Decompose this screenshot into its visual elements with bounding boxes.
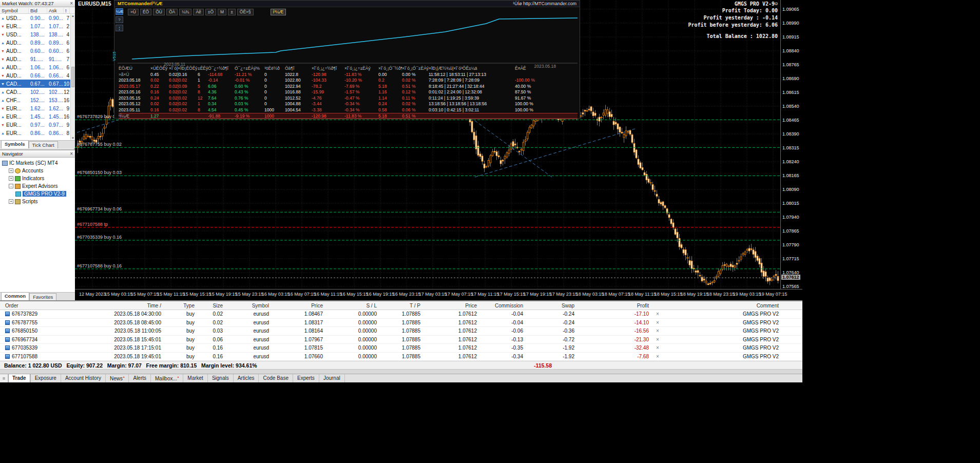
buy-order-icon — [5, 329, 10, 333]
commander-toolbar-button[interactable]: ÉÖ — [140, 9, 151, 15]
navigator-item-scripts[interactable]: +Scripts — [0, 198, 75, 205]
terminal-tab-news[interactable]: News▪ — [106, 374, 129, 382]
terminal-column-commission[interactable]: Commission — [480, 303, 526, 308]
market-watch-scrollbar[interactable]: ▲ ▼ — [70, 14, 75, 140]
market-watch-row[interactable]: ▼EUR...1.07...1.07...2 — [0, 22, 75, 30]
commander-cell: 0.02|0.02 — [169, 107, 198, 113]
market-watch-row[interactable]: ▲EUR...1.45...1.45...16 — [0, 112, 75, 121]
terminal-column-comment[interactable]: Comment — [663, 303, 802, 308]
commander-toolbar-button[interactable]: ±Ô — [205, 9, 216, 15]
market-watch-row[interactable]: ▼AUD...0.60...0.60...6 — [0, 47, 75, 55]
tab-symbols[interactable]: Symbols — [1, 140, 29, 148]
terminal-column-t-p[interactable]: T / P — [380, 303, 424, 308]
close-order-icon[interactable]: × — [652, 320, 663, 325]
market-watch-row[interactable]: ▼AUD...0.66...0.66...4 — [0, 71, 75, 80]
commander-link[interactable]: ¹ÙÍø http://MTCommander.com — [513, 1, 577, 6]
market-watch-row[interactable]: ▼AUD...91.....91.....7 — [0, 55, 75, 63]
column-symbol[interactable]: Symbol — [0, 8, 29, 13]
terminal-tab-experts[interactable]: Experts — [293, 374, 319, 382]
close-order-icon[interactable]: × — [652, 328, 663, 334]
terminal-column-time[interactable]: Time / — [62, 303, 164, 308]
terminal-column-price[interactable]: Price — [424, 303, 480, 308]
navigator-item-indicators[interactable]: +Indicators — [0, 175, 75, 182]
close-order-icon[interactable]: × — [652, 311, 663, 317]
navigator-item-gmgs-pro-v2-9[interactable]: GMGS PRO V2-9 — [0, 190, 75, 198]
terminal-tab-journal[interactable]: Journal — [319, 374, 345, 382]
close-icon[interactable]: × — [70, 1, 73, 6]
market-watch-row[interactable]: ▼USD...138....138....4 — [0, 30, 75, 38]
trade-row[interactable]: 6769677342023.05.18 15:45:01buy0.06eurus… — [0, 336, 802, 344]
column-bid[interactable]: Bid — [29, 8, 47, 13]
commander-side-button[interactable]: ¼Æ — [116, 8, 123, 15]
navigator-item-accounts[interactable]: +Accounts — [0, 167, 75, 175]
commander-toolbar-button[interactable]: ¼¾ — [179, 9, 191, 15]
market-watch-row[interactable]: ▲AUD...0.89...0.89...6 — [0, 38, 75, 47]
mtcommander-panel[interactable]: MTCommanderÍ³¼Æ ¹ÙÍø http://MTCommander.… — [114, 0, 580, 119]
commander-toolbar-button[interactable]: ± — [228, 9, 236, 15]
close-order-icon[interactable]: × — [652, 354, 663, 359]
terminal-column-s-l[interactable]: S / L — [326, 303, 380, 308]
terminal-tab-alerts[interactable]: Alerts — [129, 374, 151, 382]
terminal-column-profit[interactable]: Profit — [578, 303, 652, 308]
terminal-column-size[interactable]: Size — [198, 303, 226, 308]
commander-cell: 0.02|0.02 — [169, 89, 198, 95]
close-order-icon[interactable]: × — [652, 345, 663, 351]
commander-toolbar-button[interactable]: ÖÊ»§ — [237, 9, 254, 15]
chart-area[interactable]: #676737829 buy 0.02#676787755 buy 0.02#6… — [75, 0, 802, 300]
trade-row[interactable]: 6768501502023.05.18 11:00:05buy0.03eurus… — [0, 327, 802, 336]
terminal-tab-articles[interactable]: Articles — [234, 374, 259, 382]
terminal-tab-market[interactable]: Market — [183, 374, 208, 382]
column-spread[interactable]: ! — [64, 8, 70, 13]
terminal-tab-trade[interactable]: Trade — [8, 374, 31, 382]
collapse-icon[interactable]: - — [9, 184, 13, 188]
market-watch-row[interactable]: ▲CAD...102....102....12 — [0, 88, 75, 96]
close-order-icon[interactable]: × — [652, 337, 663, 342]
commander-toolbar-button[interactable]: »Û — [128, 9, 139, 15]
scroll-up-icon[interactable]: ▲ — [71, 14, 75, 17]
commander-toolbar-button[interactable]: ÖÙ — [153, 9, 165, 15]
market-watch-row[interactable]: ▼CAD...0.67...0.67...10 — [0, 80, 75, 88]
commander-side-button[interactable]: ? — [116, 16, 123, 23]
symbol-cell: eurusd — [226, 337, 272, 342]
navigator-item-expert-advisors[interactable]: -Expert Advisors — [0, 182, 75, 190]
terminal-column-price[interactable]: Price — [272, 303, 326, 308]
commander-toolbar-button[interactable]: M — [218, 9, 226, 15]
terminal-grid-icon[interactable]: ≡ — [0, 374, 8, 382]
market-watch-row[interactable]: ▲EUR...0.86...0.86...8 — [0, 129, 75, 137]
trade-row[interactable]: 6771075882023.05.18 19:45:01buy0.16eurus… — [0, 353, 802, 361]
commander-toolbar-button-active[interactable]: Í³¼Æ — [271, 9, 286, 15]
scroll-thumb[interactable] — [71, 67, 74, 87]
market-watch-row[interactable]: ▲AUD...1.06...1.06...6 — [0, 63, 75, 71]
terminal-tab-code-base[interactable]: Code Base — [259, 374, 293, 382]
close-icon[interactable]: × — [70, 151, 73, 157]
commander-toolbar-button[interactable]: ÕÀ — [166, 9, 178, 15]
terminal-tab-exposure[interactable]: Exposure — [31, 374, 61, 382]
tab-common[interactable]: Common — [1, 292, 29, 300]
terminal-tab-mailbox[interactable]: Mailbox...▪ — [151, 374, 183, 382]
trade-row[interactable]: 6767378292023.05.18 04:30:00buy0.02eurus… — [0, 310, 802, 319]
terminal-column-type[interactable]: Type — [164, 303, 198, 308]
market-watch-row[interactable]: ▲USD...0.90...0.90...7 — [0, 14, 75, 22]
terminal-tab-signals[interactable]: Signals — [208, 374, 234, 382]
terminal-tab-account-history[interactable]: Account History — [61, 374, 106, 382]
market-watch-row[interactable]: ▼EUR...1.62...1.62...9 — [0, 104, 75, 112]
column-ask[interactable]: Ask — [47, 8, 64, 13]
trade-row[interactable]: 6767877552023.05.18 08:45:00buy0.02eurus… — [0, 319, 802, 327]
scroll-down-icon[interactable]: ▼ — [71, 137, 75, 140]
terminal-column-swap[interactable]: Swap — [526, 303, 578, 308]
market-watch-row[interactable]: ▼EUR...0.97...0.97...9 — [0, 121, 75, 129]
tab-favorites[interactable]: Favorites — [29, 293, 56, 300]
terminal-column-symbol[interactable]: Symbol — [226, 303, 272, 308]
terminal-column-order[interactable]: Order — [0, 303, 62, 308]
open-price-cell: 1.07660 — [272, 354, 326, 359]
commander-toolbar-button[interactable]: Àê — [193, 9, 203, 15]
navigator-item-ic-markets-sc-mt4[interactable]: IC Markets (SC) MT4 — [0, 159, 75, 167]
symbol-name: AUD... — [6, 56, 21, 62]
expand-icon[interactable]: + — [9, 168, 13, 173]
expand-icon[interactable]: + — [9, 199, 13, 204]
commander-side-button[interactable]: ¦ — [116, 25, 123, 31]
market-watch-row[interactable]: ▲CHF...152....153....16 — [0, 96, 75, 104]
trade-row[interactable]: 6770353392023.05.18 17:15:01buy0.16eurus… — [0, 344, 802, 353]
expand-icon[interactable]: + — [9, 176, 13, 181]
tab-tick-chart[interactable]: Tick Chart — [29, 141, 58, 148]
